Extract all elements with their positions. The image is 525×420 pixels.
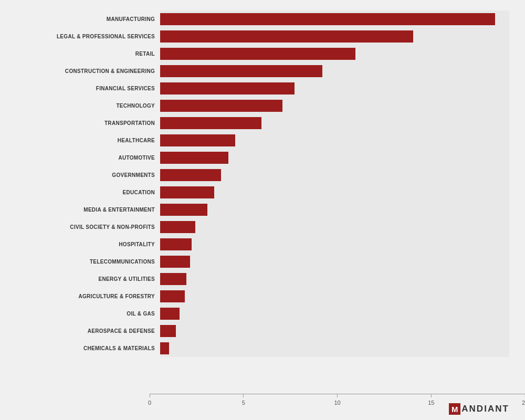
chart-area: MANUFACTURINGLEGAL & PROFESSIONAL SERVIC…: [10, 10, 509, 357]
bar-label: HEALTHCARE: [10, 138, 160, 143]
bar-row: HEALTHCARE: [10, 132, 509, 149]
bar-label: TECHNOLOGY: [10, 103, 160, 109]
bar-background: [160, 236, 509, 253]
bar-label: AEROSPACE & DEFENSE: [10, 328, 160, 334]
bar-background: [160, 340, 509, 357]
bar-fill: [160, 273, 186, 285]
x-tick-label: 5: [242, 400, 245, 406]
bar-label: AUTOMOTIVE: [10, 155, 160, 161]
bar-row: GOVERNMENTS: [10, 166, 509, 184]
bar-background: [160, 97, 509, 114]
bar-fill: [160, 117, 261, 129]
bar-fill: [160, 13, 495, 25]
bar-row: CIVIL SOCIETY & NON-PROFITS: [10, 218, 509, 236]
bar-fill: [160, 82, 295, 94]
bar-label: EDUCATION: [10, 190, 160, 195]
bar-background: [160, 305, 509, 322]
bar-fill: [160, 186, 214, 198]
bar-background: [160, 114, 509, 132]
bar-row: TELECOMMUNICATIONS: [10, 253, 509, 270]
bar-row: EDUCATION: [10, 184, 509, 201]
bar-background: [160, 253, 509, 270]
bar-row: AGRICULTURE & FORESTRY: [10, 288, 509, 305]
bar-row: HOSPITALITY: [10, 236, 509, 253]
x-axis-tick: 0: [148, 394, 151, 406]
bar-background: [160, 218, 509, 236]
x-tick-line: [150, 394, 150, 397]
bar-label: MANUFACTURING: [10, 16, 160, 22]
bar-label: ENERGY & UTILITIES: [10, 276, 160, 282]
bar-background: [160, 149, 509, 166]
bar-row: ENERGY & UTILITIES: [10, 270, 509, 288]
bar-label: TRANSPORTATION: [10, 120, 160, 126]
bar-row: MEDIA & ENTERTAINMENT: [10, 201, 509, 218]
bar-fill: [160, 48, 355, 60]
bar-fill: [160, 290, 185, 302]
x-axis-tick: 5: [242, 394, 245, 406]
bar-background: [160, 322, 509, 340]
bar-fill: [160, 169, 221, 181]
bar-label: CONSTRUCTION & ENGINEERING: [10, 68, 160, 74]
x-tick-label: 10: [334, 400, 340, 406]
bar-label: AGRICULTURE & FORESTRY: [10, 293, 160, 299]
bar-label: HOSPITALITY: [10, 242, 160, 247]
bar-fill: [160, 221, 195, 233]
bar-label: RETAIL: [10, 51, 160, 57]
bar-background: [160, 132, 509, 149]
x-tick-label: 0: [148, 400, 151, 406]
x-tick-line: [337, 394, 338, 397]
bar-label: MEDIA & ENTERTAINMENT: [10, 207, 160, 213]
bar-label: FINANCIAL SERVICES: [10, 86, 160, 91]
logo-m-icon: M: [449, 403, 460, 415]
bar-background: [160, 184, 509, 201]
bar-row: TECHNOLOGY: [10, 97, 509, 114]
bar-row: AEROSPACE & DEFENSE: [10, 322, 509, 340]
bar-fill: [160, 342, 169, 354]
bar-fill: [160, 325, 176, 337]
logo-area: M ANDIANT: [449, 403, 509, 415]
bar-label: TELECOMMUNICATIONS: [10, 259, 160, 265]
bar-fill: [160, 204, 207, 216]
bar-background: [160, 80, 509, 97]
bar-row: AUTOMOTIVE: [10, 149, 509, 166]
x-tick-label: 20: [522, 400, 525, 406]
bar-background: [160, 10, 509, 28]
bar-background: [160, 166, 509, 184]
bar-row: MANUFACTURING: [10, 10, 509, 28]
bar-fill: [160, 308, 180, 320]
bar-fill: [160, 134, 235, 146]
bar-row: CHEMICALS & MATERIALS: [10, 340, 509, 357]
x-tick-label: 15: [428, 400, 434, 406]
bar-fill: [160, 238, 192, 250]
bar-fill: [160, 100, 282, 112]
bar-row: FINANCIAL SERVICES: [10, 80, 509, 97]
bar-label: CIVIL SOCIETY & NON-PROFITS: [10, 224, 160, 230]
x-axis-tick: 10: [334, 394, 340, 406]
bar-row: CONSTRUCTION & ENGINEERING: [10, 62, 509, 80]
bar-row: OIL & GAS: [10, 305, 509, 322]
x-axis-tick: 20: [522, 394, 525, 406]
bar-fill: [160, 65, 322, 77]
x-axis-tick: 15: [428, 394, 434, 406]
logo-text: ANDIANT: [461, 404, 509, 414]
bar-label: CHEMICALS & MATERIALS: [10, 345, 160, 351]
bar-row: LEGAL & PROFESSIONAL SERVICES: [10, 28, 509, 45]
x-tick-line: [431, 394, 432, 397]
bar-row: TRANSPORTATION: [10, 114, 509, 132]
bar-background: [160, 270, 509, 288]
bar-label: GOVERNMENTS: [10, 172, 160, 178]
bar-background: [160, 28, 509, 45]
bar-background: [160, 45, 509, 62]
bar-background: [160, 201, 509, 218]
x-tick-line: [243, 394, 244, 397]
bar-row: RETAIL: [10, 45, 509, 62]
bar-label: LEGAL & PROFESSIONAL SERVICES: [10, 34, 160, 39]
bar-fill: [160, 152, 228, 164]
bar-background: [160, 288, 509, 305]
bar-fill: [160, 256, 190, 268]
bar-fill: [160, 30, 413, 43]
chart-container: MANUFACTURINGLEGAL & PROFESSIONAL SERVIC…: [0, 0, 525, 420]
bar-label: OIL & GAS: [10, 311, 160, 317]
bar-background: [160, 62, 509, 80]
